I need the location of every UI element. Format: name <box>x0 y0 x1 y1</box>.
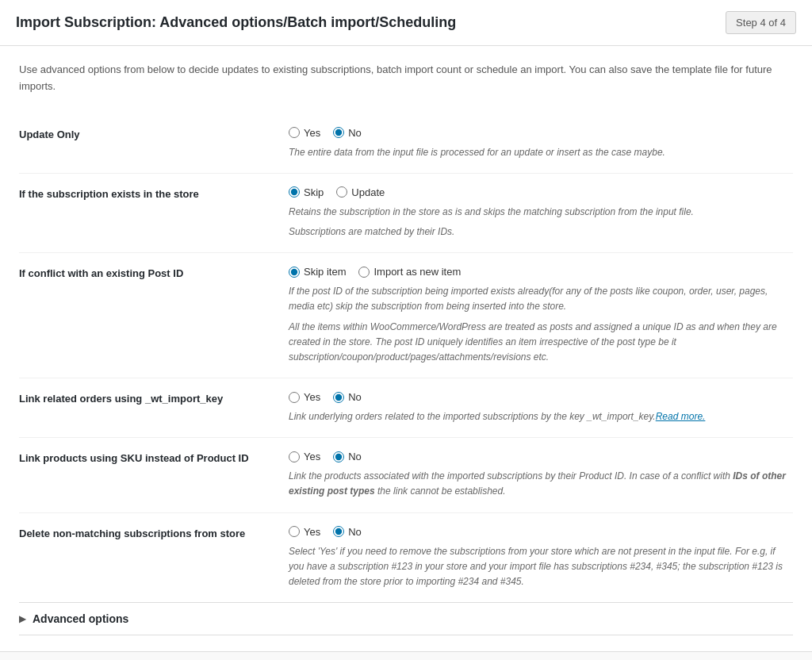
option-label-conflict_post_id: If conflict with an existing Post ID <box>19 267 183 279</box>
radio-input-conflict_import[interactable] <box>358 267 370 278</box>
radio-input-delete_no[interactable] <box>333 526 344 537</box>
radio-item-link_orders_yes[interactable]: Yes <box>289 391 320 403</box>
option-desc-link_orders-0: Link underlying orders related to the im… <box>289 409 793 424</box>
radio-item-link_products_no[interactable]: No <box>333 451 362 462</box>
option-label-link_products_sku: Link products using SKU instead of Produ… <box>19 452 249 464</box>
radio-label-exists_update: Update <box>351 186 385 198</box>
radio-label-conflict_import: Import as new item <box>373 266 461 278</box>
page-content: Use advanced options from below to decid… <box>0 46 812 651</box>
option-desc-subscription_exists-0: Retains the subscription in the store as… <box>289 205 793 220</box>
option-desc-delete_non_matching-0: Select 'Yes' if you need to remove the s… <box>289 544 793 590</box>
page-footer: Back Save template Import/Schedule <box>0 651 812 660</box>
option-desc-update_only-0: The entire data from the input file is p… <box>289 145 793 160</box>
radio-input-conflict_skip[interactable] <box>289 267 300 278</box>
radio-input-exists_skip[interactable] <box>289 186 300 198</box>
option-row-conflict_post_id: If conflict with an existing Post IDSkip… <box>19 253 793 378</box>
advanced-options-label: Advanced options <box>33 612 128 625</box>
radio-label-update_only_yes: Yes <box>304 127 320 139</box>
radio-item-delete_yes[interactable]: Yes <box>289 526 320 538</box>
advanced-options-toggle[interactable]: ▶ Advanced options <box>19 603 793 635</box>
radio-input-update_only_yes[interactable] <box>289 127 300 138</box>
radio-group-update_only: YesNo <box>289 127 793 139</box>
option-label-subscription_exists: If the subscription exists in the store <box>19 188 199 200</box>
radio-label-link_products_yes: Yes <box>304 451 320 462</box>
radio-input-exists_update[interactable] <box>336 186 347 198</box>
radio-input-update_only_no[interactable] <box>333 127 344 138</box>
radio-group-conflict_post_id: Skip itemImport as new item <box>289 266 793 278</box>
radio-item-conflict_import[interactable]: Import as new item <box>358 266 461 278</box>
radio-group-subscription_exists: SkipUpdate <box>289 186 793 198</box>
radio-item-delete_no[interactable]: No <box>333 526 362 538</box>
radio-item-link_orders_no[interactable]: No <box>333 391 362 403</box>
radio-item-exists_update[interactable]: Update <box>336 186 385 198</box>
radio-item-conflict_skip[interactable]: Skip item <box>289 266 346 278</box>
radio-group-delete_non_matching: YesNo <box>289 526 793 538</box>
radio-label-delete_yes: Yes <box>304 526 320 538</box>
option-label-link_orders: Link related orders using _wt_import_key <box>19 393 223 405</box>
intro-text: Use advanced options from below to decid… <box>19 62 793 95</box>
radio-input-delete_yes[interactable] <box>289 526 300 537</box>
step-badge: Step 4 of 4 <box>726 11 796 34</box>
page-title: Import Subscription: Advanced options/Ba… <box>16 14 456 31</box>
radio-group-link_orders: YesNo <box>289 391 793 403</box>
chevron-right-icon: ▶ <box>19 613 26 624</box>
radio-label-link_products_no: No <box>348 451 362 462</box>
radio-group-link_products_sku: YesNo <box>289 451 793 462</box>
radio-label-update_only_no: No <box>348 127 362 139</box>
option-desc-conflict_post_id-0: If the post ID of the subscription being… <box>289 284 793 314</box>
radio-label-link_orders_yes: Yes <box>304 391 320 403</box>
radio-item-update_only_yes[interactable]: Yes <box>289 127 320 139</box>
option-desc-subscription_exists-1: Subscriptions are matched by their IDs. <box>289 224 793 240</box>
option-row-link_products_sku: Link products using SKU instead of Produ… <box>19 438 793 512</box>
radio-item-update_only_no[interactable]: No <box>333 127 362 139</box>
radio-input-link_products_no[interactable] <box>333 451 344 462</box>
radio-input-link_products_yes[interactable] <box>289 451 300 462</box>
options-container: Update OnlyYesNoThe entire data from the… <box>19 114 793 603</box>
option-desc-link_products_sku-0: Link the products associated with the im… <box>289 469 793 499</box>
option-label-update_only: Update Only <box>19 129 80 140</box>
option-row-link_orders: Link related orders using _wt_import_key… <box>19 378 793 438</box>
option-label-delete_non_matching: Delete non-matching subscriptions from s… <box>19 528 245 539</box>
radio-item-link_products_yes[interactable]: Yes <box>289 451 320 462</box>
radio-label-delete_no: No <box>348 526 362 538</box>
radio-label-link_orders_no: No <box>348 391 362 403</box>
option-row-subscription_exists: If the subscription exists in the storeS… <box>19 174 793 253</box>
link-read-more-link_orders[interactable]: Read more. <box>656 411 706 422</box>
radio-item-exists_skip[interactable]: Skip <box>289 186 324 198</box>
radio-input-link_orders_yes[interactable] <box>289 392 300 403</box>
option-desc-conflict_post_id-1: All the items within WooCommerce/WordPre… <box>289 320 793 366</box>
option-row-update_only: Update OnlyYesNoThe entire data from the… <box>19 114 793 174</box>
radio-label-exists_skip: Skip <box>304 186 324 198</box>
radio-input-link_orders_no[interactable] <box>333 392 344 403</box>
option-row-delete_non_matching: Delete non-matching subscriptions from s… <box>19 513 793 603</box>
radio-label-conflict_skip: Skip item <box>304 266 346 278</box>
